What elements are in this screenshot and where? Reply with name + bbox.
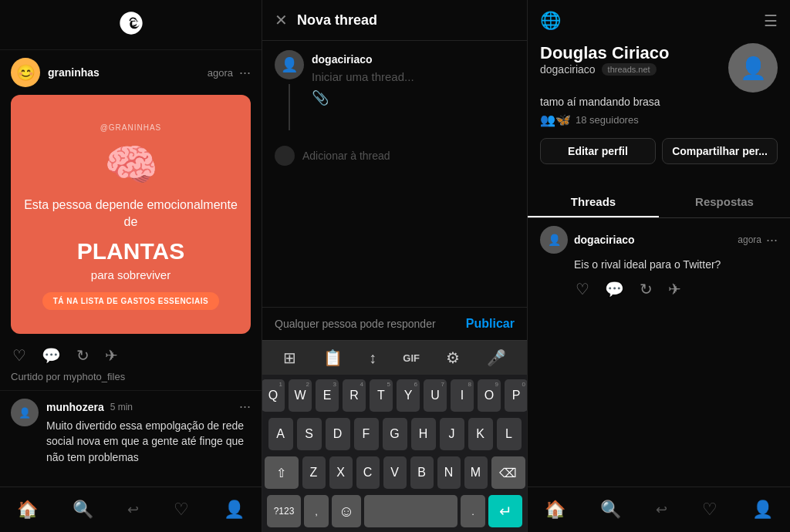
right-repost-button[interactable]: ↻ [638,278,654,300]
key-r[interactable]: R4 [343,379,366,412]
key-k[interactable]: K [468,418,493,450]
add-thread-text[interactable]: Adicionar à thread [302,150,390,162]
nav-likes-button[interactable]: ♡ [167,497,195,523]
comment-button[interactable]: 💬 [40,345,62,366]
key-c[interactable]: C [356,456,380,489]
key-l[interactable]: L [497,418,522,450]
profile-badge: threads.net [602,63,657,76]
post-header: 😊 graninhas agora ··· [0,50,262,92]
key-x[interactable]: X [329,456,353,489]
post-options-button[interactable]: ··· [239,65,251,81]
key-g[interactable]: G [383,418,407,450]
keyboard-row-2: A S D F G H J K L [265,418,525,450]
key-p[interactable]: P0 [505,379,528,412]
nav-activity-button[interactable]: ↩ [121,498,145,521]
post-image-line1: Esta pessoa depende emocionalmente de [23,197,238,231]
right-comment-button[interactable]: 💬 [603,278,626,300]
right-post-time: agora [738,234,761,245]
profile-bio: tamo aí mandando brasa [540,96,778,108]
post-image: @GRANINHAS 🧠 Esta pessoa depende emocion… [11,95,251,334]
kb-gif-button[interactable]: GIF [398,351,424,365]
kb-text-size-button[interactable]: ↕ [364,348,381,369]
right-nav-activity-button[interactable]: ↩ [650,498,674,521]
key-emoji[interactable]: ☺ [332,495,361,527]
right-share-button[interactable]: ✈ [667,278,683,300]
keyboard: Q1 W2 E3 R4 T5 Y6 U7 I8 O9 P0 A S D F G … [262,375,527,532]
profile-section: Douglas Ciriaco dogaciriaco threads.net … [528,39,790,187]
comment-options-button[interactable]: ··· [239,399,251,415]
profile-avatar: 👤 [728,43,778,93]
composer-placeholder[interactable]: Iniciar uma thread... [312,70,515,83]
key-123[interactable]: ?123 [267,495,301,527]
tab-threads[interactable]: Threads [528,187,659,217]
composer-avatar: 👤 [275,50,304,79]
key-j[interactable]: J [440,418,464,450]
key-space[interactable] [364,495,457,527]
key-v[interactable]: V [383,456,407,489]
add-thread-area: Adicionar à thread [262,140,527,172]
kb-mic-button[interactable]: 🎤 [482,347,511,369]
right-like-button[interactable]: ♡ [574,278,591,300]
right-post-options-button[interactable]: ··· [766,232,778,248]
like-button[interactable]: ♡ [11,345,28,366]
post-feed: 😊 graninhas agora ··· @GRANINHAS 🧠 Esta … [0,50,262,487]
comment-text: Muito divertido essa empolgação de rede … [46,418,251,465]
key-f[interactable]: F [354,418,379,450]
key-y[interactable]: Y6 [397,379,420,412]
menu-icon[interactable]: ☰ [764,12,778,30]
kb-settings-button[interactable]: ⚙ [441,347,464,369]
key-d[interactable]: D [326,418,350,450]
comment-avatar: 👤 [11,399,39,426]
key-m[interactable]: M [464,456,488,489]
keyboard-row-4: ?123 , ☺ . ↵ [265,495,525,532]
tab-replies[interactable]: Respostas [659,187,790,217]
nav-profile-button[interactable]: 👤 [218,497,251,523]
key-a[interactable]: A [268,418,293,450]
kb-grid-button[interactable]: ⊞ [279,347,301,369]
key-backspace[interactable]: ⌫ [491,456,525,489]
kb-clipboard-button[interactable]: 📋 [319,347,347,369]
right-nav-likes-button[interactable]: ♡ [696,497,724,523]
left-header [0,0,262,50]
share-button[interactable]: ✈ [103,345,120,366]
right-nav-profile-button[interactable]: 👤 [746,497,779,523]
publish-button[interactable]: Publicar [466,317,515,331]
key-w[interactable]: W2 [289,379,312,412]
key-e[interactable]: E3 [316,379,339,412]
key-o[interactable]: O9 [478,379,501,412]
close-button[interactable]: ✕ [275,11,288,29]
post-image-line2: para sobreviver [91,268,170,281]
add-thread-avatar [275,146,295,166]
key-s[interactable]: S [297,418,322,450]
comment-time: 5 min [110,402,133,412]
right-nav-search-button[interactable]: 🔍 [594,497,627,523]
right-nav-home-button[interactable]: 🏠 [538,497,572,523]
key-n[interactable]: N [437,456,461,489]
attach-icon[interactable]: 📎 [312,89,515,106]
repost-button[interactable]: ↻ [75,345,91,366]
key-period[interactable]: . [461,495,485,527]
key-i[interactable]: I8 [451,379,474,412]
key-h[interactable]: H [411,418,436,450]
profile-top: Douglas Ciriaco dogaciriaco threads.net … [540,43,778,93]
right-panel: 🌐 ☰ Douglas Ciriaco dogaciriaco threads.… [528,0,790,532]
new-thread-header: ✕ Nova thread [262,0,527,41]
edit-profile-button[interactable]: Editar perfil [540,138,656,164]
key-t[interactable]: T5 [370,379,393,412]
globe-icon[interactable]: 🌐 [540,11,561,31]
right-post-area: 👤 dogaciriaco agora ··· Eis o rival idea… [528,218,790,487]
share-profile-button[interactable]: Compartilhar per... [662,138,778,164]
key-return[interactable]: ↵ [488,495,522,527]
nav-home-button[interactable]: 🏠 [11,497,44,523]
middle-footer: Qualquer pessoa pode responder Publicar … [262,307,527,532]
key-shift[interactable]: ⇧ [265,456,299,489]
key-b[interactable]: B [410,456,434,489]
key-z[interactable]: Z [302,456,326,489]
nav-search-button[interactable]: 🔍 [66,497,100,523]
key-u[interactable]: U7 [424,379,447,412]
keyboard-row-1: Q1 W2 E3 R4 T5 Y6 U7 I8 O9 P0 [265,379,525,412]
middle-panel: ✕ Nova thread 👤 dogaciriaco Iniciar uma … [262,0,528,532]
key-comma[interactable]: , [304,495,329,527]
key-q[interactable]: Q1 [262,379,285,412]
right-post-text: Eis o rival ideal para o Twitter? [574,258,778,271]
